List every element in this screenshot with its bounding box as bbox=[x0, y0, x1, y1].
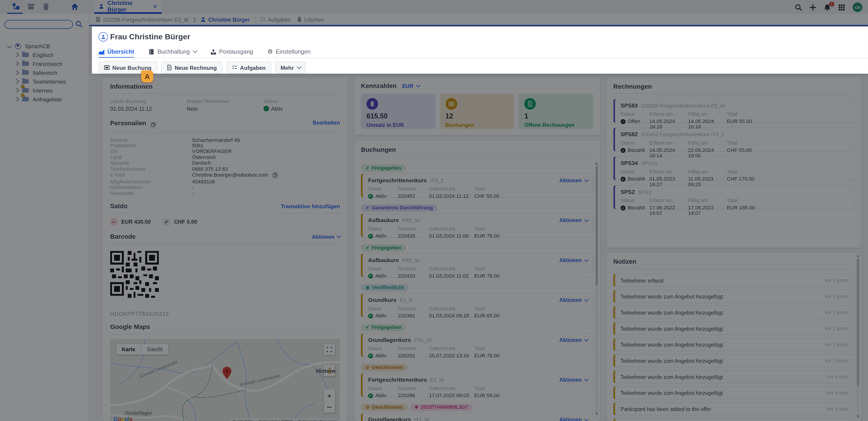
upload-icon bbox=[210, 49, 216, 55]
tab-postausgang[interactable]: Postausgang bbox=[210, 48, 253, 55]
tab-einstellungen[interactable]: ⚙ Einstellungen bbox=[268, 48, 311, 55]
book-icon bbox=[149, 49, 155, 55]
aufgaben-button[interactable]: Aufgaben bbox=[226, 61, 271, 74]
person-header-card: Frau Christine Bürger Übersicht Buchhalt… bbox=[92, 27, 868, 74]
mehr-button[interactable]: Mehr bbox=[275, 61, 305, 74]
tab-uebersicht[interactable]: Übersicht bbox=[99, 48, 134, 58]
person-avatar-icon bbox=[99, 32, 108, 41]
page-title: Frau Christine Bürger bbox=[110, 32, 190, 41]
invoice-icon bbox=[166, 65, 172, 70]
neue-rechnung-button[interactable]: Neue Rechnung bbox=[161, 61, 222, 74]
chart-icon bbox=[99, 49, 105, 55]
gear-icon: ⚙ bbox=[268, 48, 273, 55]
annotation-marker-a: A bbox=[141, 70, 153, 83]
tab-buchhaltung[interactable]: Buchhaltung bbox=[149, 48, 196, 55]
booking-icon bbox=[104, 65, 110, 70]
task-list-icon bbox=[232, 65, 237, 70]
